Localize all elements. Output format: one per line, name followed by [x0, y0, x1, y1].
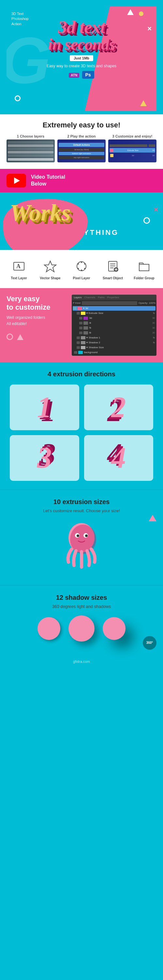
- customize-section: Very easy to customize Well organized fo…: [0, 288, 163, 362]
- badge-row: Just 1Mb: [6, 55, 157, 61]
- icon-folder-group: Folder Group: [128, 258, 160, 280]
- customize-text: Very easy to customize Well organized fo…: [6, 295, 67, 341]
- layer-row-shadow1: ▾ Shadow 1 fx: [73, 336, 155, 340]
- extrusion-sizes-section: 10 extrusion sizes Let's customize resul…: [0, 489, 163, 585]
- layer-eye[interactable]: [73, 307, 77, 310]
- svg-point-3: [77, 262, 86, 271]
- layers-panel: Layers Channels Paths Properties P Kind …: [72, 295, 157, 356]
- svg-point-21: [77, 535, 79, 537]
- works-section: Works WITH ANYTHING ×: [0, 192, 163, 250]
- text-layer-icon: A: [13, 260, 25, 273]
- deco-x-right: ×: [147, 24, 152, 33]
- icons-section: A Text Layer Vector Shape: [0, 250, 163, 288]
- num-1-container: 1: [10, 385, 79, 430]
- num-2: 2: [111, 390, 126, 424]
- bottom-spacer: [0, 667, 163, 732]
- deco-triangle-top: [127, 9, 134, 15]
- icon-vector-shape: Vector Shape: [35, 258, 66, 280]
- shadow-circle-large: [103, 617, 125, 640]
- panel-controls: P Kind Opacity: 100% ▾ 3d ▾ Extrude Size…: [72, 300, 157, 356]
- deco-triangle-customize: [17, 334, 24, 340]
- svg-text:A: A: [16, 263, 21, 269]
- shadow-circle-medium: [68, 616, 95, 641]
- step-3-image: Extrude Size 30 3d 30: [108, 140, 157, 162]
- customize-sub2: All editable!: [6, 321, 67, 327]
- panel-tab-paths[interactable]: Paths: [98, 296, 104, 299]
- hero-subtitle: Easy way to create 3D texts and shapes: [6, 64, 157, 68]
- youtube-button[interactable]: [6, 174, 26, 188]
- svg-point-22: [85, 535, 88, 537]
- ps-badge: Ps: [82, 71, 94, 79]
- layer-thumb: [78, 307, 82, 310]
- num-1: 1: [37, 390, 52, 424]
- num-2-container: 2: [84, 385, 154, 430]
- customize-title: Very easy to customize: [6, 295, 67, 312]
- works-title: Works: [6, 199, 157, 223]
- layer-eye-2[interactable]: [77, 312, 80, 315]
- octopus-container: [6, 520, 157, 570]
- folder-group-icon-box: [136, 258, 152, 274]
- deco-circle-bottom-left: [15, 95, 21, 101]
- watermark-text: gfxtra.com: [73, 660, 90, 663]
- step-2-image: Default Actions 3d text [try 50ml] botto…: [57, 140, 106, 162]
- numbers-grid: 1 2 3 4: [6, 385, 157, 481]
- deco-circle-top: [139, 11, 144, 16]
- text-layer-label: Text Layer: [3, 276, 35, 280]
- shadow-visual: [6, 616, 157, 641]
- pixel-layer-icon: [75, 260, 88, 273]
- num-3-container: 3: [10, 435, 79, 481]
- panel-tab-layers[interactable]: Layers: [74, 296, 81, 299]
- pixel-layer-icon-box: [73, 258, 90, 274]
- layer-row-extrude: ▾ Extrude Size fx: [73, 311, 155, 315]
- num-3: 3: [37, 441, 52, 475]
- easy-title: Extremely easy to use!: [6, 121, 157, 129]
- video-section: Video Tutorial Below: [0, 169, 163, 192]
- vector-shape-label: Vector Shape: [35, 276, 66, 280]
- icon-smart-object: Smart Object: [97, 258, 128, 280]
- vector-shape-icon: [44, 260, 57, 273]
- layer-row-3d2: 3d30: [73, 316, 155, 320]
- svg-point-6: [84, 268, 85, 269]
- step-2-num: 2 Play the action: [57, 134, 106, 138]
- deco-circle-customize: [6, 334, 13, 340]
- badges-row: ATN Ps: [6, 70, 157, 80]
- folder-group-icon: [138, 260, 150, 273]
- num-4: 4: [111, 441, 126, 475]
- smart-object-icon-box: [104, 258, 121, 274]
- svg-point-7: [81, 269, 82, 271]
- steps-row: 1 Choose layers 2 Play the action: [6, 134, 157, 162]
- step-1: 1 Choose layers: [6, 134, 55, 162]
- icons-row: A Text Layer Vector Shape: [2, 255, 161, 283]
- header-section: G 3D Text Photoshop Action × 3d text in …: [0, 0, 163, 115]
- layer-row-5i: 5i30: [73, 326, 155, 330]
- atn-badge: ATN: [69, 73, 79, 78]
- extrusion-sizes-subtitle: Let's customize result. Choose your size…: [6, 508, 157, 513]
- layer-thumb-2: [81, 312, 85, 315]
- layer-row-background: background: [73, 350, 155, 355]
- deco-triangle-sizes: [149, 515, 157, 521]
- extrusion-title: 4 extrusion directions: [6, 371, 157, 378]
- hero-title-line1: 3d text: [6, 18, 157, 36]
- svg-point-8: [78, 268, 79, 269]
- watermark: gfxtra.com: [0, 656, 163, 667]
- shadow-section: 12 shadow sizes 360 degrees light and sh…: [0, 585, 163, 656]
- pixel-layer-label: Pixel Layer: [66, 276, 97, 280]
- icon-pixel-layer: Pixel Layer: [66, 258, 97, 280]
- extrusion-sizes-title: 10 extrusion sizes: [6, 498, 157, 506]
- svg-marker-2: [44, 261, 56, 272]
- panel-tab-props[interactable]: Properties: [107, 296, 119, 299]
- play-icon: [14, 177, 20, 184]
- folder-group-label: Folder Group: [128, 276, 160, 280]
- panel-tab-channels[interactable]: Channels: [84, 296, 95, 299]
- deco-triangle-bottom: [140, 100, 147, 106]
- smart-object-icon: [106, 260, 119, 273]
- video-text: Video Tutorial Below: [31, 174, 65, 188]
- layer-row-4i: 4i30: [73, 321, 155, 325]
- icon-text-layer: A Text Layer: [3, 258, 35, 280]
- text-layer-icon-box: A: [11, 258, 27, 274]
- layer-row-shadow-size: ▾ Shadow Size: [73, 345, 155, 350]
- step-2: 2 Play the action Default Actions 3d tex…: [57, 134, 106, 162]
- easy-section: Extremely easy to use! 1 Choose layers: [0, 115, 163, 169]
- num-4-container: 4: [84, 435, 154, 481]
- svg-point-9: [78, 263, 79, 265]
